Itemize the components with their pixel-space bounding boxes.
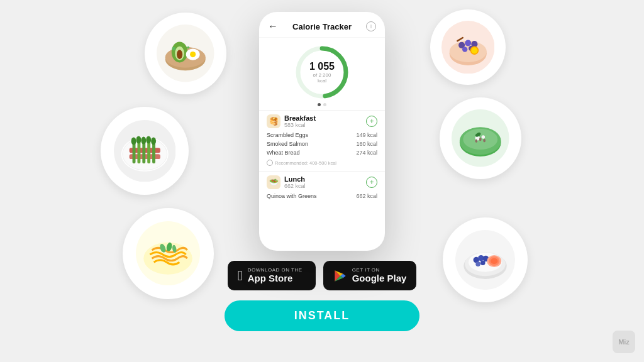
page-dots (318, 103, 326, 106)
watermark: Miz (613, 331, 635, 353)
wheat-bread-name: Wheat Bread (267, 150, 300, 156)
quinoa-name: Quinoa with Greens (267, 193, 317, 199)
info-button[interactable]: i (366, 21, 376, 31)
lunch-section: 🥗 Lunch 662 kcal + Quinoa with Greens 66… (259, 171, 385, 204)
lunch-header: 🥗 Lunch 662 kcal + (267, 175, 377, 189)
breakfast-name: Breakfast (284, 114, 316, 122)
app-title: Calorie Tracker (292, 22, 352, 31)
svg-point-59 (480, 260, 486, 265)
scrambled-eggs-name: Scrambled Eggs (267, 132, 308, 138)
google-play-sub-label: GET IT ON (352, 267, 407, 273)
food-item-scrambled-eggs: Scrambled Eggs 149 kcal (267, 131, 377, 140)
app-store-main-label: App Store (248, 273, 303, 284)
svg-point-31 (131, 137, 136, 145)
calorie-ring: 1 055 of 2 200 kcal (294, 44, 350, 101)
food-circle-avocado-toast (145, 13, 226, 94)
breakfast-kcal: 583 kcal (284, 122, 316, 128)
lunch-kcal: 662 kcal (284, 183, 306, 189)
breakfast-section: 🥞 Breakfast 583 kcal + Scrambled Eggs 14… (259, 110, 385, 171)
svg-point-43 (475, 140, 478, 143)
breakfast-header: 🥞 Breakfast 583 kcal + (267, 114, 377, 128)
smoked-salmon-name: Smoked Salmon (267, 141, 308, 147)
svg-point-14 (465, 40, 471, 46)
app-store-text: Download on the App Store (248, 267, 303, 284)
svg-point-16 (462, 47, 467, 52)
lunch-name: Lunch (284, 175, 306, 183)
svg-point-19 (471, 47, 477, 53)
google-play-icon (333, 269, 347, 283)
food-circle-pasta (123, 208, 214, 299)
calorie-text: 1 055 of 2 200 kcal (308, 61, 336, 84)
breakfast-info: Breakfast 583 kcal (284, 114, 316, 128)
google-play-button[interactable]: GET IT ON Google Play (323, 261, 417, 290)
app-store-button[interactable]:  Download on the App Store (228, 261, 316, 290)
svg-point-34 (146, 136, 151, 143)
calorie-section: 1 055 of 2 200 kcal (259, 38, 385, 110)
breakfast-add-button[interactable]: + (366, 116, 377, 127)
svg-rect-29 (147, 140, 150, 163)
calorie-count: 1 055 (308, 61, 336, 72)
svg-point-33 (141, 136, 146, 144)
svg-point-62 (491, 258, 497, 265)
svg-rect-30 (152, 141, 155, 163)
food-item-smoked-salmon: Smoked Salmon 160 kcal (267, 140, 377, 148)
apple-icon:  (238, 269, 243, 283)
back-button[interactable]: ← (268, 21, 278, 32)
recommended-label: Recommended: 400-500 kcal (267, 160, 377, 166)
svg-point-42 (479, 138, 482, 141)
lunch-add-button[interactable]: + (366, 177, 377, 188)
food-item-wheat-bread: Wheat Bread 274 kcal (267, 148, 377, 157)
svg-point-7 (190, 52, 196, 57)
lunch-icon: 🥗 (267, 175, 280, 189)
scrambled-eggs-kcal: 149 kcal (356, 132, 377, 138)
dot-2 (323, 103, 326, 106)
food-circle-asparagus (101, 107, 189, 195)
food-circle-mixed-bowl (430, 9, 506, 85)
phone-mockup: ← Calorie Tracker i 1 055 of 2 200 kcal (259, 12, 385, 251)
svg-point-9 (187, 47, 190, 49)
wheat-bread-kcal: 274 kcal (356, 150, 377, 156)
svg-rect-28 (142, 141, 145, 163)
lunch-header-left: 🥗 Lunch 662 kcal (267, 175, 306, 189)
main-content: ← Calorie Tracker i 1 055 of 2 200 kcal (225, 12, 419, 331)
phone-header: ← Calorie Tracker i (259, 12, 385, 38)
svg-point-32 (136, 136, 141, 143)
svg-point-41 (482, 135, 485, 138)
install-button[interactable]: INSTALL (225, 300, 419, 331)
food-item-quinoa: Quinoa with Greens 662 kcal (267, 192, 377, 200)
google-play-text: GET IT ON Google Play (352, 267, 407, 284)
app-store-sub-label: Download on the (248, 267, 303, 273)
calorie-total: of 2 200 kcal (308, 72, 336, 84)
svg-point-44 (484, 139, 486, 142)
google-play-main-label: Google Play (352, 273, 407, 284)
lunch-info: Lunch 662 kcal (284, 175, 306, 189)
breakfast-icon: 🥞 (267, 114, 280, 128)
quinoa-kcal: 662 kcal (356, 193, 377, 199)
svg-point-8 (172, 47, 175, 50)
dot-1 (318, 103, 321, 106)
food-circle-green-soup (440, 97, 521, 179)
food-circle-acai-bowl (443, 217, 528, 302)
svg-point-5 (177, 50, 182, 59)
svg-point-35 (151, 137, 156, 145)
svg-rect-26 (132, 141, 135, 163)
svg-point-58 (475, 261, 480, 266)
svg-rect-27 (137, 140, 140, 163)
store-buttons:  Download on the App Store GET IT ON Go… (228, 261, 417, 290)
breakfast-header-left: 🥞 Breakfast 583 kcal (267, 114, 316, 128)
smoked-salmon-kcal: 160 kcal (356, 141, 377, 147)
